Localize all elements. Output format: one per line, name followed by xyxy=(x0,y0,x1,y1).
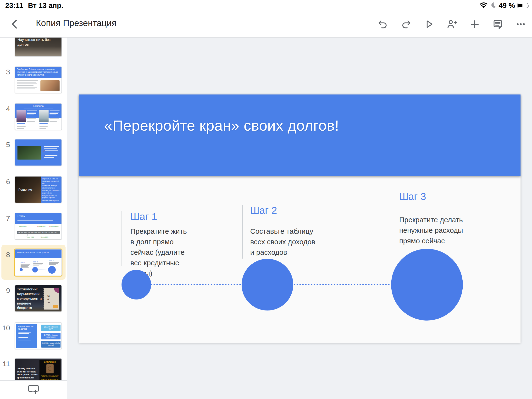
google-slides-app: 23:11 Вт 13 апр. 49 % Копия Презентация xyxy=(0,0,532,399)
new-slide-button[interactable] xyxy=(27,384,39,396)
step-3-label[interactable]: Шаг 3 xyxy=(399,191,465,202)
thumb10-dialog-box-2: ДИАЛОГ с банком и кредиторами xyxy=(41,333,61,339)
comments-button[interactable] xyxy=(492,19,503,30)
step-1-circle[interactable] xyxy=(121,270,151,299)
thumb10-dialog-box-3: ДИАЛОГ с самим собой и группой xyxy=(41,341,61,348)
thumb4-title: Команда xyxy=(15,105,62,108)
thumb4-name-1 xyxy=(17,123,26,130)
thumb7-months-bar: Янв Фев Мар Апр Май Июн Июл Авг Сен Окт … xyxy=(17,231,60,234)
slide-number: 6 xyxy=(0,178,10,186)
slide-thumbnail-7[interactable]: Этапы Январь 2021 ✓Июнь 2021 ✓Октябрь 20… xyxy=(15,213,62,240)
thumb8-circle-2 xyxy=(32,267,38,272)
thumb8-step-1: Шаг 1 xyxy=(21,262,30,268)
thumb10-left-panel: Модель выхода из долгов xyxy=(16,324,37,348)
thumb5-photo xyxy=(18,146,41,159)
step-3-text[interactable]: Прекратите делать ненужные расходы прямо… xyxy=(399,215,465,246)
slide-thumbnail-10[interactable]: Модель выхода из долгов ДИАЛОГ с близким… xyxy=(15,323,62,349)
thumb8-step-3: Шаг 3 xyxy=(49,260,59,266)
thumb4-text-col-1 xyxy=(27,111,37,122)
step-2-label[interactable]: Шаг 2 xyxy=(250,205,319,216)
slide-number: 11 xyxy=(0,360,10,368)
thumb7-milestone: ✓Июнь 2021 xyxy=(37,226,45,227)
thumb9-text: Технологии: Кармический менеджмент и вед… xyxy=(17,287,44,310)
status-date: Вт 13 апр. xyxy=(28,1,63,10)
step-1-label[interactable]: Шаг 1 xyxy=(130,211,188,222)
thumb7-milestone: ✓Март 2021 xyxy=(25,236,34,238)
thumb3-title: Проблема: Объем плохих долгов по ипотеке… xyxy=(15,67,62,78)
thumb4-name-2 xyxy=(39,123,49,130)
slide-title-block[interactable]: «Перекройте кран» своих долгов! xyxy=(79,95,520,176)
status-icons: 49 % xyxy=(480,1,528,10)
step-2-block[interactable]: Шаг 2 Составьте таблицу всех своих доход… xyxy=(242,205,319,259)
thumb6-label: Решение xyxy=(19,188,32,191)
slide-thumbnail-8-selected[interactable]: «Перекройте кран» своих долгов! Шаг 1 Ша… xyxy=(15,249,62,276)
thumb10-dialog-box-1: ДИАЛОГ с близким кругом xyxy=(41,325,61,331)
thumb4-photo-1 xyxy=(17,110,26,122)
thumb4-text-col-2 xyxy=(50,111,60,122)
slide-thumbnail-2[interactable]: Наша главная цель: Финансовая свобода/ Н… xyxy=(15,38,62,57)
slide-number: 8 xyxy=(0,251,10,259)
slide-number: 10 xyxy=(0,324,10,332)
thumb7-title: Этапы xyxy=(18,215,25,217)
do-not-disturb-moon-icon xyxy=(490,2,497,9)
more-options-button[interactable] xyxy=(515,19,526,30)
slide-number: 7 xyxy=(0,214,10,222)
thumb6-list-panel: 1 Признаться себе, что находишься в кред… xyxy=(41,177,62,203)
redo-button[interactable] xyxy=(400,19,412,30)
thumb3-photo xyxy=(40,80,60,91)
slide-number: 5 xyxy=(0,141,10,149)
slide-number: 3 xyxy=(0,68,10,76)
current-slide[interactable]: «Перекройте кран» своих долгов! Шаг 1 Пр… xyxy=(79,95,520,343)
filmstrip-bottom-bar xyxy=(0,380,67,399)
slide-title-text[interactable]: «Перекройте кран» своих долгов! xyxy=(104,117,339,134)
slide-number: 9 xyxy=(0,287,10,295)
thumb8-circle-1 xyxy=(20,268,23,271)
slide-thumbnail-3[interactable]: Проблема: Объем плохих долгов по ипотеке… xyxy=(15,66,62,93)
status-bar: 23:11 Вт 13 апр. 49 % xyxy=(0,0,532,11)
editor-canvas: «Перекройте кран» своих долгов! Шаг 1 Пр… xyxy=(67,38,532,399)
document-title[interactable]: Копия Презентация xyxy=(36,18,116,28)
step-3-circle[interactable] xyxy=(391,249,463,321)
slide-thumbnail-11[interactable]: Почему сейчас? Если ты читаешь эти строк… xyxy=(15,358,62,380)
slide-thumbnail-9[interactable]: Технологии: Кармический менеджмент и вед… xyxy=(15,285,62,312)
battery-percent: 49 % xyxy=(499,1,515,10)
thumb3-body-lines xyxy=(17,80,38,90)
thumb7-milestone: ✓Октябрь 2021 xyxy=(49,226,59,227)
status-time: 23:11 xyxy=(5,1,23,10)
thumb5-text-lines xyxy=(44,146,61,159)
toolbar: Копия Презентация xyxy=(0,11,532,38)
thumb4-photo-2 xyxy=(39,110,49,122)
thumb11-card: ЗАПОМНИ! БЕДНОСТЬ- ЭТО НЕ ОТСУТСТВИЕ ДЕН… xyxy=(39,360,61,380)
thumb9-kakebo-book: ka ke bo xyxy=(44,288,59,310)
slide-number: 4 xyxy=(0,105,10,113)
step-3-block[interactable]: Шаг 3 Прекратите делать ненужные расходы… xyxy=(391,191,465,243)
status-time-date: 23:11 Вт 13 апр. xyxy=(5,1,63,10)
wifi-icon xyxy=(480,2,488,9)
toolbar-actions xyxy=(377,11,526,38)
thumb2-text: Наша главная цель: Финансовая свобода/ Н… xyxy=(18,38,56,47)
battery-icon xyxy=(517,3,528,8)
thumb8-title: «Перекройте кран» своих долгов! xyxy=(15,249,62,258)
add-button[interactable] xyxy=(469,19,480,30)
thumb7-milestone: Январь 2021 xyxy=(19,226,27,227)
thumb11-text: Почему сейчас? Если ты читаешь эти строк… xyxy=(17,367,39,379)
slide-thumbnail-6[interactable]: Решение 1 Признаться себе, что находишьс… xyxy=(15,176,62,203)
back-button[interactable] xyxy=(9,19,21,30)
thumb8-step-2: Шаг 2 xyxy=(33,261,43,267)
undo-button[interactable] xyxy=(377,19,388,30)
slide-thumbnail-5[interactable] xyxy=(15,139,62,166)
thumb8-circle-3 xyxy=(48,266,56,274)
present-button[interactable] xyxy=(423,19,434,30)
share-add-person-button[interactable] xyxy=(446,19,457,30)
thumb7-milestone: ✓Июль 2021 xyxy=(40,236,48,238)
slide-thumbnail-4[interactable]: Команда xyxy=(15,103,62,130)
slide-filmstrip: Наша главная цель: Финансовая свобода/ Н… xyxy=(0,38,67,380)
step-1-block[interactable]: Шаг 1 Прекратите жить в долг прямо сейча… xyxy=(121,211,188,266)
step-2-circle[interactable] xyxy=(242,259,293,310)
step-2-text[interactable]: Составьте таблицу всех своих доходов и р… xyxy=(250,226,319,258)
